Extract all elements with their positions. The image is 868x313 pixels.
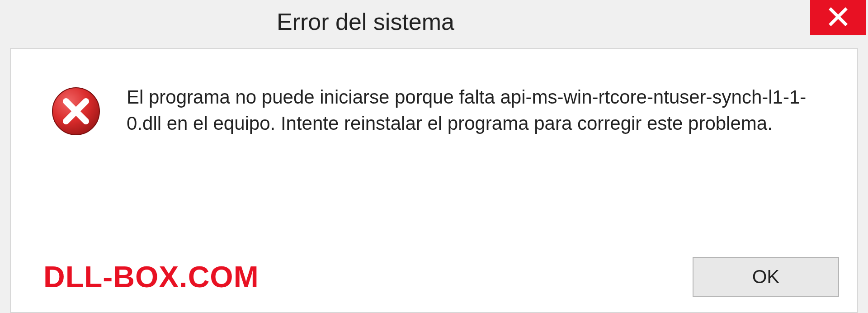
dialog-title: Error del sistema [0,0,454,35]
ok-button[interactable]: OK [693,257,839,297]
error-dialog: Error del sistema [0,0,868,313]
close-icon [828,7,848,28]
content-row: El programa no puede iniciarse porque fa… [11,49,857,257]
watermark-text: DLL-BOX.COM [43,260,259,294]
error-icon [52,84,100,138]
close-button[interactable] [810,0,866,35]
dialog-body: El programa no puede iniciarse porque fa… [10,48,858,313]
footer-row: DLL-BOX.COM OK [11,257,857,312]
error-message: El programa no puede iniciarse porque fa… [127,84,830,137]
titlebar: Error del sistema [0,0,868,41]
